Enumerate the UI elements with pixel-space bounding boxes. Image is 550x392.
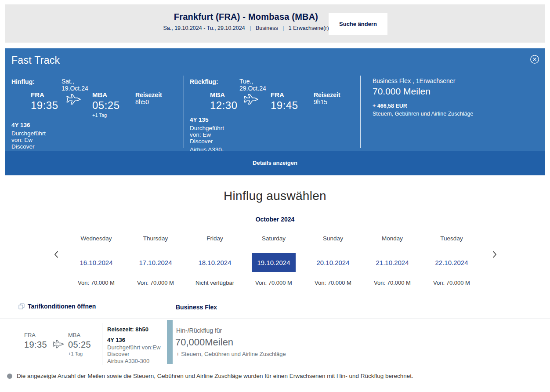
flight-result-row[interactable]: FRA 19:35 MBA 05:25 +1 Tag Reisezeit: 8h… [0,320,550,365]
operated-by-line1: Durchgeführt von:Ew [107,344,162,351]
operated-by: Durchgeführt von: Ew Discover [11,130,46,150]
flight-number: 4Y 136 [107,337,125,343]
fare-surcharge-note: + Steuern, Gebühren und Airline Zuschläg… [176,351,286,357]
weekday-label: Thursday [126,235,185,242]
divider [0,319,550,319]
fare-surcharge-note: Steuern, Gebühren und Airline Zuschläge [373,111,473,117]
price-label: Von: 70.000 M [362,279,422,286]
flight-number: 4Y 136 [11,122,46,128]
day-column-saturday-selected[interactable]: Saturday 19.10.2024 Von: 70.000 M [244,235,304,286]
page-title: Hinflug auswählen [0,189,550,203]
weekday-label: Saturday [244,235,304,242]
separator: | [250,25,251,31]
outbound-label: Hinflug: [11,78,35,85]
separator: | [282,25,284,31]
duration-value: 8h50 [135,98,149,105]
disclaimer-text: Die angezeigte Anzahl der Meilen sowie d… [17,373,413,379]
fare-cell-indicator [167,320,173,364]
operated-by-block: Durchgeführt von:Ew Discover Airbus A330… [107,344,162,364]
fare-conditions-link[interactable]: Tarifkonditionen öffnen [18,303,96,310]
row-departure: FRA 19:35 [24,332,47,350]
month-label: October 2024 [0,216,550,223]
outbound-date: Sat., 19.Oct.24 [62,78,88,92]
fare-conditions-label: Tarifkonditionen öffnen [28,303,96,310]
change-search-button[interactable]: Suche ändern [329,13,387,35]
weekday-label: Wednesday [66,235,126,242]
flight-number: 4Y 135 [190,116,224,123]
date-range: Sa., 19.10.2024 - Tu., 29.10.2024 [163,25,245,31]
chevron-left-icon[interactable] [52,250,62,259]
fare-summary: Business Flex , 1Erwachsener 70.000 Meil… [373,77,473,117]
price-label: Von: 70.000 M [244,279,304,286]
plane-icon [66,94,82,105]
divider [102,323,102,365]
departure-time: 19:35 [24,340,47,350]
date-button[interactable]: 22.10.2024 [431,253,472,272]
departure-time: 12:30 [210,99,238,112]
search-criteria: Sa., 19.10.2024 - Tu., 29.10.2024 | Busi… [5,25,487,31]
miles-disclaimer: Die angezeigte Anzahl der Meilen sowie d… [7,373,413,379]
return-arrival: FRA 19:45 [271,91,298,112]
info-icon [7,374,12,379]
day-column-wednesday[interactable]: Wednesday 16.10.2024 Von: 70.000 M [66,235,126,286]
origin-code: MBA [210,91,238,98]
outbound-duration: Reisezeit 8h50 [135,91,162,105]
day-column-sunday[interactable]: Sunday 20.10.2024 Von: 70.000 M [303,235,363,286]
price-label: Von: 70.000 M [66,279,126,286]
date-button-selected[interactable]: 19.10.2024 [252,253,295,272]
divider [360,76,361,148]
fare-column-header: Business Flex [176,304,217,311]
fare-miles: 70.000 Meilen [373,86,473,97]
outbound-segment: Hinflug: Sat., 19.Oct.24 FRA 19:35 MBA 0… [11,78,35,86]
fare-trip-label: Hin-/Rückflug für [176,327,222,334]
return-segment: Rückflug: Tue., 29.Oct.24 MBA 12:30 FRA … [190,78,218,86]
availability-label: Nicht verfügbar [185,279,245,286]
fast-track-panel: Fast Track Hinflug: Sat., 19.Oct.24 FRA … [5,48,545,151]
chevron-right-icon[interactable] [489,250,499,259]
fare-name: Business Flex , 1Erwachsener [373,77,473,84]
date-carousel: Wednesday 16.10.2024 Von: 70.000 M Thurs… [0,235,550,283]
weekday-label: Monday [362,235,422,242]
price-label: Von: 70.000 M [126,279,185,286]
origin-code: FRA [31,91,58,98]
fast-track-title: Fast Track [11,54,60,66]
weekday-label: Sunday [303,235,363,242]
search-summary-band: Frankfurt (FRA) - Mombasa (MBA) Sa., 19.… [5,4,545,43]
date-button[interactable]: 21.10.2024 [371,253,413,272]
plane-icon [52,340,65,350]
return-departure: MBA 12:30 [210,91,238,112]
close-icon[interactable] [530,54,539,64]
day-column-friday[interactable]: Friday 18.10.2024 Nicht verfügbar [185,235,245,286]
operated-by-line2: Discover [107,351,162,357]
destination-code: MBA [92,91,120,98]
fare-miles: 70,000Meilen [175,337,233,348]
date-button[interactable]: 17.10.2024 [134,253,176,272]
destination-code: FRA [271,91,298,98]
divider [184,76,184,148]
cabin-class: Business [256,25,278,31]
row-duration: Reisezeit: 8h50 [107,326,148,333]
date-button[interactable]: 20.10.2024 [312,253,354,272]
operated-by: Durchgeführt von: Ew Discover [190,125,224,145]
weekday-label: Friday [185,235,245,242]
arrival-time: 05:25 [92,99,120,112]
show-details-button[interactable]: Details anzeigen [5,151,545,175]
destination-code: MBA [68,332,91,338]
day-column-monday[interactable]: Monday 21.10.2024 Von: 70.000 M [362,235,422,286]
origin-code: FRA [24,332,47,338]
price-label: Von: 70.000 M [422,279,481,286]
route-title: Frankfurt (FRA) - Mombasa (MBA) [5,12,487,22]
day-column-tuesday[interactable]: Tuesday 22.10.2024 Von: 70.000 M [422,235,481,286]
date-button[interactable]: 16.10.2024 [75,253,117,272]
arrival-time: 05:25 [68,340,91,350]
next-day-label: +1 Tag [92,113,120,118]
search-summary: Frankfurt (FRA) - Mombasa (MBA) Sa., 19.… [5,12,487,31]
row-arrival: MBA 05:25 +1 Tag [68,332,91,356]
day-column-thursday[interactable]: Thursday 17.10.2024 Von: 70.000 M [126,235,185,286]
aircraft-type: Airbus A330-300 [107,358,162,364]
return-date: Tue., 29.Oct.24 [239,78,266,92]
arrival-time: 19:45 [271,99,298,112]
date-button[interactable]: 18.10.2024 [194,253,235,272]
outbound-departure: FRA 19:35 [31,91,58,112]
duration-label: Reisezeit [314,91,340,98]
